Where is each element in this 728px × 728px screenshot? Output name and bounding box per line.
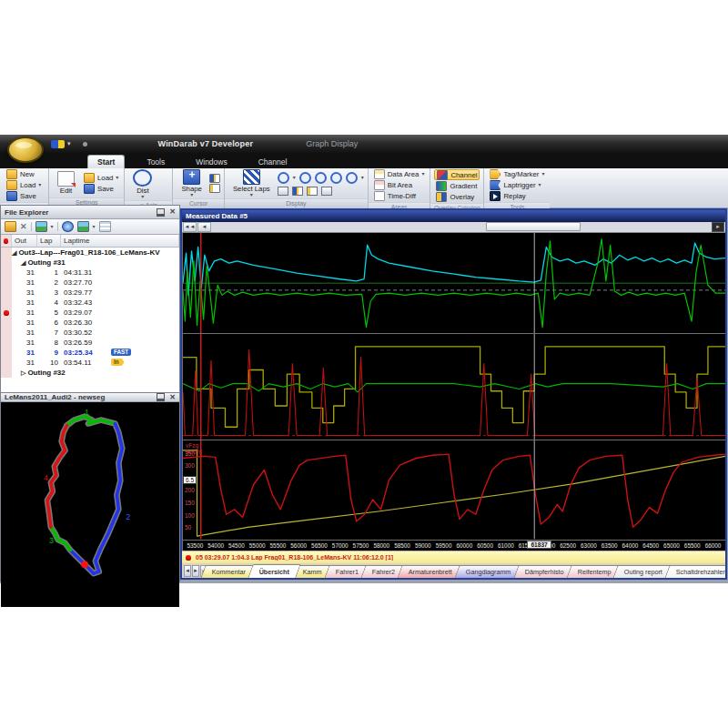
cursor-option-icon[interactable] — [209, 184, 220, 193]
tab-tools[interactable]: Tools — [137, 156, 174, 168]
tab-nav-prev-button[interactable]: ◄ — [184, 565, 191, 577]
worksheet-tab-gangdiagramm[interactable]: Gangdiagramm — [455, 565, 523, 578]
ribbon-tab-bar: Start Tools Windows Channel — [0, 153, 728, 168]
laptrigger-button[interactable]: Laptrigger▾ — [488, 180, 546, 190]
dropdown-caret-icon: ▾ — [293, 176, 296, 180]
lap-row[interactable]: 31603:26.30 — [1, 318, 179, 328]
lap-row[interactable]: 31203:27.70 — [1, 278, 179, 288]
quick-access-caret-icon[interactable]: ▾ — [67, 140, 71, 147]
lap-row[interactable]: 31503:29.07 — [1, 308, 179, 318]
expander-icon[interactable]: ◢ — [12, 249, 16, 256]
track-map-titlebar: LeMans2011_Audi2 - newseg ✕ — [1, 393, 179, 402]
scrollbar-thumb[interactable] — [486, 222, 580, 231]
bit-area-button[interactable]: Bit Area — [372, 180, 427, 190]
outing-group-row[interactable]: ◢Outing #31 — [1, 258, 179, 268]
file-root-row[interactable]: ◢Out3--Lap---Frag01_R18-106_LeMans-KV — [1, 248, 179, 258]
lap-row[interactable]: 311003:54.11In — [1, 358, 179, 368]
time-diff-button[interactable]: Time-Diff — [372, 191, 427, 201]
map-view-icon[interactable] — [77, 221, 89, 232]
pin-icon[interactable] — [157, 393, 165, 401]
close-icon[interactable]: ✕ — [169, 208, 176, 216]
lap-row[interactable]: 31403:32.43 — [1, 298, 179, 308]
zoom-fit-icon[interactable] — [330, 172, 342, 184]
laptrigger-flag-icon — [490, 180, 500, 190]
title-bar: ▾ WinDarab v7 Developer Graph Display — [0, 135, 728, 153]
open-file-icon[interactable] — [5, 221, 16, 232]
measured-data-titlebar[interactable]: Measured Data #5 — [182, 210, 725, 222]
layout-half-icon[interactable] — [307, 187, 318, 196]
x-axis-tick: 61000 — [495, 542, 516, 549]
new-button[interactable]: New — [5, 169, 43, 179]
status-dot-icon — [186, 555, 191, 561]
tab-nav-next-button[interactable]: ► — [192, 565, 199, 577]
tab-start[interactable]: Start — [87, 155, 125, 168]
close-icon[interactable]: ✕ — [169, 394, 176, 401]
tag-marker-button[interactable]: Tag/Marker▾ — [488, 169, 546, 179]
shape-button[interactable]: Shape▾ — [177, 169, 207, 197]
lap-badge: FAST — [111, 349, 131, 356]
x-axis-tick: 59500 — [433, 542, 454, 549]
lap-row[interactable]: 31903:25.34FAST — [1, 348, 179, 358]
save-settings-button[interactable]: Save — [82, 184, 120, 194]
select-laps-button[interactable]: Select Laps▾ — [228, 169, 275, 197]
pin-icon[interactable] — [157, 208, 165, 217]
dropdown-caret-icon: ▾ — [38, 183, 41, 187]
layout-single-icon[interactable] — [278, 187, 288, 196]
remove-file-icon[interactable]: ✕ — [20, 222, 27, 231]
overlay-coloring-button[interactable]: Overlay — [434, 192, 480, 202]
graph-scrollbar[interactable]: ◄◄ ◄ ► — [182, 222, 725, 233]
lap-row[interactable]: 31803:26.59 — [1, 338, 179, 348]
x-axis-tick: 60500 — [475, 542, 496, 549]
track-map[interactable]: 1234 — [1, 402, 179, 607]
group-areas: Data Area▾ Bit Area Time-Diff Areas — [369, 168, 431, 207]
gradient-coloring-icon — [436, 181, 447, 191]
load-settings-button[interactable]: Load▾ — [82, 173, 120, 183]
lap-row[interactable]: 31104:31.31 — [1, 268, 179, 278]
outing-group-row[interactable]: ▷Outing #32 — [1, 368, 179, 378]
layout-split-icon[interactable] — [292, 187, 303, 196]
x-axis-tick: 63500 — [599, 542, 620, 549]
layout-grid-icon[interactable] — [321, 187, 332, 196]
group-overlay-coloring: Channel Gradient Overlay Overlay Colorin… — [430, 168, 484, 207]
scroll-right-button[interactable]: ► — [712, 222, 724, 232]
chart-panel-vfzg[interactable]: vFzg [km/h] 6.5 35030025020015010050 — [182, 440, 725, 539]
group-desktop: New Load▾ Save Desktop — [1, 168, 49, 207]
quick-access-flag-icon[interactable] — [51, 140, 65, 148]
y-axis-tick: 100 — [185, 511, 195, 518]
channel-coloring-button[interactable]: Channel — [434, 169, 480, 180]
worksheet-tab--bersicht[interactable]: Übersicht — [248, 564, 301, 578]
tab-windows[interactable]: Windows — [187, 156, 236, 168]
lap-row[interactable]: 31703:30.52 — [1, 328, 179, 338]
app-menu-orb[interactable] — [7, 136, 44, 163]
chart-panel-gear-brake[interactable] — [182, 334, 725, 440]
scroll-left-button[interactable]: ◄ — [197, 222, 211, 232]
zoom-out-icon[interactable] — [315, 172, 327, 184]
gradient-coloring-button[interactable]: Gradient — [434, 181, 480, 191]
globe-icon[interactable] — [62, 221, 74, 232]
edit-settings-button[interactable]: Edit — [53, 171, 79, 195]
table-view-icon[interactable] — [99, 221, 111, 232]
expander-icon[interactable]: ▷ — [21, 369, 25, 376]
load-button[interactable]: Load▾ — [5, 180, 43, 190]
lap-row[interactable]: 31303:29.77 — [1, 288, 179, 298]
data-area-button[interactable]: Data Area▾ — [372, 169, 427, 179]
replay-button[interactable]: Replay — [488, 191, 546, 201]
x-axis-tick: 56500 — [309, 542, 330, 549]
y-axis-tick: 150 — [185, 500, 195, 506]
scroll-far-left-button[interactable]: ◄◄ — [183, 222, 197, 232]
zoom-in-icon[interactable] — [299, 172, 311, 184]
dropdown-caret-icon: ▾ — [116, 176, 118, 180]
cursor-option-icon[interactable] — [209, 174, 220, 183]
expander-icon[interactable]: ◢ — [21, 259, 25, 266]
worksheet-tab-schaltdrehzahlen[interactable]: Schaltdrehzahlen — [665, 565, 725, 578]
graph-view-icon[interactable] — [35, 221, 47, 232]
zoom-select-icon[interactable] — [278, 172, 289, 184]
save-button[interactable]: Save — [5, 191, 43, 201]
zoom-time-icon[interactable] — [346, 172, 358, 184]
window-title: WinDarab v7 Developer — [158, 139, 254, 148]
data-area-icon — [374, 169, 385, 179]
tab-channel[interactable]: Channel — [249, 156, 297, 168]
chart-panel-speeds[interactable] — [182, 233, 725, 334]
measured-data-title: Measured Data #5 — [186, 212, 248, 220]
dist-button[interactable]: Dist▾ — [128, 169, 157, 199]
